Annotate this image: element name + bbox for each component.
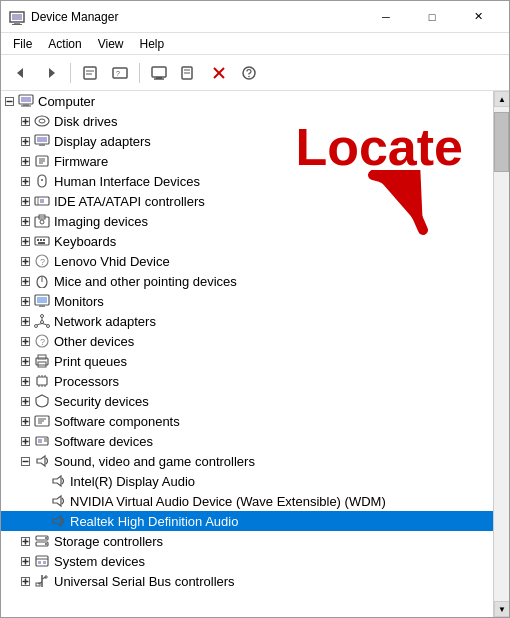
scroll-thumb[interactable]: [494, 112, 509, 172]
expander-imaging[interactable]: [17, 213, 33, 229]
tree-item-sound[interactable]: Sound, video and game controllers: [1, 451, 493, 471]
expander-software[interactable]: [17, 433, 33, 449]
tree-item-mice[interactable]: Mice and other pointing devices: [1, 271, 493, 291]
expander-keyboards[interactable]: [17, 233, 33, 249]
tree-item-intel_audio[interactable]: Intel(R) Display Audio: [1, 471, 493, 491]
expander-lenovo[interactable]: [17, 253, 33, 269]
tree-item-monitors[interactable]: Monitors: [1, 291, 493, 311]
menu-bar: File Action View Help: [1, 33, 509, 55]
tree-item-nvidia_audio[interactable]: NVIDIA Virtual Audio Device (Wave Extens…: [1, 491, 493, 511]
tree-item-computer[interactable]: Computer: [1, 91, 493, 111]
expander-display[interactable]: [17, 133, 33, 149]
svg-point-49: [41, 179, 43, 181]
tree-item-hid[interactable]: Human Interface Devices: [1, 171, 493, 191]
maximize-button[interactable]: □: [409, 1, 455, 33]
tree-item-network[interactable]: Network adapters: [1, 311, 493, 331]
device-icon-system: [33, 553, 51, 569]
menu-file[interactable]: File: [5, 35, 40, 53]
device-icon-network: [33, 313, 51, 329]
expander-mice[interactable]: [17, 273, 33, 289]
device-icon-other: ?: [33, 333, 51, 349]
device-tree[interactable]: ComputerDisk drivesDisplay adaptersFirmw…: [1, 91, 493, 617]
menu-action[interactable]: Action: [40, 35, 89, 53]
svg-marker-5: [49, 68, 55, 78]
svg-rect-6: [84, 67, 96, 79]
device-icon-print: [33, 353, 51, 369]
expander-intel_audio[interactable]: [33, 473, 49, 489]
expander-computer[interactable]: [1, 93, 17, 109]
expander-network[interactable]: [17, 313, 33, 329]
tree-item-security[interactable]: Security devices: [1, 391, 493, 411]
display-button[interactable]: [145, 59, 173, 87]
tree-item-softcomp[interactable]: Software components: [1, 411, 493, 431]
app-icon: [9, 9, 25, 25]
svg-point-89: [41, 315, 44, 318]
help-button[interactable]: [235, 59, 263, 87]
title-bar: Device Manager ─ □ ✕: [1, 1, 509, 33]
expander-softcomp[interactable]: [17, 413, 33, 429]
svg-line-94: [37, 324, 42, 325]
expander-firmware[interactable]: [17, 153, 33, 169]
tree-item-print[interactable]: Print queues: [1, 351, 493, 371]
device-icon-hid: [33, 173, 51, 189]
tree-item-imaging[interactable]: Imaging devices: [1, 211, 493, 231]
tree-item-usb[interactable]: Universal Serial Bus controllers: [1, 571, 493, 591]
back-button[interactable]: [7, 59, 35, 87]
expander-other[interactable]: [17, 333, 33, 349]
tree-item-storage[interactable]: Storage controllers: [1, 531, 493, 551]
expander-print[interactable]: [17, 353, 33, 369]
tree-item-processors[interactable]: Processors: [1, 371, 493, 391]
minimize-button[interactable]: ─: [363, 1, 409, 33]
update-driver-button[interactable]: ?: [106, 59, 134, 87]
expander-realtek[interactable]: [33, 513, 49, 529]
device-label-monitors: Monitors: [54, 294, 104, 309]
properties-button[interactable]: [76, 59, 104, 87]
svg-rect-85: [39, 305, 45, 307]
device-icon-security: [33, 393, 51, 409]
tree-item-other[interactable]: ?Other devices: [1, 331, 493, 351]
expander-sound[interactable]: [17, 453, 33, 469]
expander-monitors[interactable]: [17, 293, 33, 309]
tree-item-display[interactable]: Display adapters: [1, 131, 493, 151]
svg-marker-136: [37, 456, 45, 466]
device-icon-nvidia_audio: [49, 493, 67, 509]
tree-item-lenovo[interactable]: ?Lenovo Vhid Device: [1, 251, 493, 271]
expander-system[interactable]: [17, 553, 33, 569]
menu-view[interactable]: View: [90, 35, 132, 53]
tree-item-realtek[interactable]: Realtek High Definition Audio: [1, 511, 493, 531]
svg-rect-67: [40, 239, 42, 241]
svg-rect-152: [38, 561, 41, 564]
expander-usb[interactable]: [17, 573, 33, 589]
device-icon-realtek: [49, 513, 67, 529]
scroll-down-button[interactable]: ▼: [494, 601, 509, 617]
expander-processors[interactable]: [17, 373, 33, 389]
tree-item-ide[interactable]: IDE ATA/ATAPI controllers: [1, 191, 493, 211]
expander-storage[interactable]: [17, 533, 33, 549]
device-icon-software: [33, 433, 51, 449]
tree-item-system[interactable]: System devices: [1, 551, 493, 571]
scroll-up-button[interactable]: ▲: [494, 91, 509, 107]
expander-nvidia_audio[interactable]: [33, 493, 49, 509]
expander-hid[interactable]: [17, 173, 33, 189]
device-label-processors: Processors: [54, 374, 119, 389]
tree-item-firmware[interactable]: Firmware: [1, 151, 493, 171]
menu-help[interactable]: Help: [132, 35, 173, 53]
vertical-scrollbar[interactable]: ▲ ▼: [493, 91, 509, 617]
tree-item-keyboards[interactable]: Keyboards: [1, 231, 493, 251]
tree-item-disk[interactable]: Disk drives: [1, 111, 493, 131]
expander-disk[interactable]: [17, 113, 33, 129]
expander-security[interactable]: [17, 393, 33, 409]
tree-item-software[interactable]: Software devices: [1, 431, 493, 451]
expander-ide[interactable]: [17, 193, 33, 209]
close-button[interactable]: ✕: [455, 1, 501, 33]
svg-rect-2: [14, 22, 20, 24]
scan-button[interactable]: [175, 59, 203, 87]
svg-rect-69: [38, 242, 45, 244]
svg-text:?: ?: [40, 337, 45, 347]
disable-button[interactable]: [205, 59, 233, 87]
scroll-track[interactable]: [494, 107, 509, 601]
forward-button[interactable]: [37, 59, 65, 87]
device-label-display: Display adapters: [54, 134, 151, 149]
device-label-system: System devices: [54, 554, 145, 569]
svg-rect-55: [40, 199, 44, 203]
